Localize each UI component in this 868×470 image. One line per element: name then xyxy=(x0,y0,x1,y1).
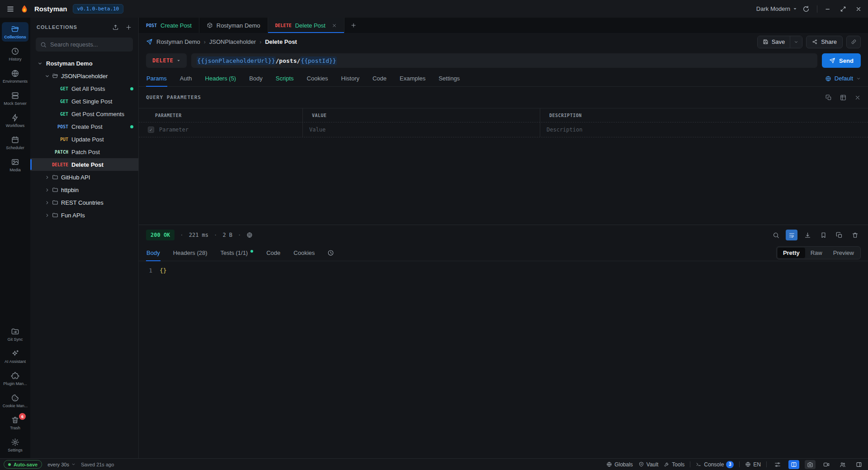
tree-item-request[interactable]: GET Get Post Comments xyxy=(30,108,138,120)
autosave-interval-selector[interactable]: every 30s xyxy=(47,462,75,467)
search-response-icon[interactable] xyxy=(770,230,782,240)
view-mode-raw[interactable]: Raw xyxy=(805,248,828,258)
value-input[interactable] xyxy=(309,127,517,133)
tab-response-tests[interactable]: Tests (1/1) xyxy=(220,245,254,261)
tree-item-collection[interactable]: Rostyman Demo xyxy=(30,57,138,70)
bookmark-icon[interactable] xyxy=(817,230,829,240)
copy-response-icon[interactable] xyxy=(833,230,845,240)
send-button[interactable]: Send xyxy=(822,53,861,68)
sidebar-item-history[interactable]: History xyxy=(2,44,28,64)
sidebar-item-mock-server[interactable]: Mock Server xyxy=(2,89,28,108)
save-options-chevron[interactable] xyxy=(790,36,802,48)
globals-button[interactable]: Globals xyxy=(606,461,633,468)
tab-auth[interactable]: Auth xyxy=(179,70,193,86)
add-collection-icon[interactable] xyxy=(125,24,132,31)
tab-body[interactable]: Body xyxy=(249,70,263,86)
sidebar-item-environments[interactable]: Environments xyxy=(2,66,28,86)
tab-response-code[interactable]: Code xyxy=(266,245,281,261)
response-body-viewer[interactable]: 1 {} xyxy=(139,261,868,458)
toggles-icon[interactable] xyxy=(772,460,783,469)
description-input[interactable] xyxy=(547,127,830,133)
window-close-icon[interactable] xyxy=(855,6,862,12)
tree-item-request[interactable]: POST Create Post xyxy=(30,120,138,133)
import-icon[interactable] xyxy=(112,24,119,31)
window-minimize-icon[interactable] xyxy=(825,6,831,12)
wrap-lines-icon[interactable] xyxy=(786,230,797,240)
sidebar-item-git-sync[interactable]: Git Sync xyxy=(2,324,28,344)
tree-item-request[interactable]: GET Get Single Post xyxy=(30,95,138,108)
url-bar: DELETE {{jsonPlaceholderUrl}}/posts/{{po… xyxy=(139,51,868,70)
tab-delete-post-active[interactable]: DELETE Delete Post xyxy=(268,18,344,33)
method-selector[interactable]: DELETE xyxy=(146,53,187,68)
tab-settings[interactable]: Settings xyxy=(438,70,460,86)
autosave-toggle[interactable]: Auto-save xyxy=(4,460,42,469)
screenshot-camera-icon[interactable] xyxy=(805,460,816,469)
clear-response-icon[interactable] xyxy=(849,230,861,240)
url-input[interactable]: {{jsonPlaceholderUrl}}/posts/{{postId}} xyxy=(191,53,817,68)
tab-examples[interactable]: Examples xyxy=(399,70,426,86)
team-icon[interactable] xyxy=(837,460,848,469)
tree-item-folder[interactable]: httpbin xyxy=(30,183,138,196)
parameter-input[interactable] xyxy=(159,127,300,133)
tab-label: Tests (1/1) xyxy=(221,249,248,256)
bulk-edit-icon[interactable] xyxy=(840,94,846,101)
tab-cookies[interactable]: Cookies xyxy=(307,70,329,86)
new-tab-button[interactable] xyxy=(344,18,363,33)
download-icon[interactable] xyxy=(802,230,813,240)
console-button[interactable]: Console 3 xyxy=(696,461,734,468)
sidebar-item-plugin-manager[interactable]: Plugin Man... xyxy=(2,369,28,388)
tab-headers[interactable]: Headers (5) xyxy=(205,70,237,86)
search-input[interactable] xyxy=(50,41,130,48)
response-history-clock-icon[interactable] xyxy=(327,245,334,261)
row-checkbox[interactable]: ✓ xyxy=(148,127,154,133)
reload-icon[interactable] xyxy=(802,5,810,13)
environment-selector[interactable]: Default xyxy=(825,70,861,86)
language-selector[interactable]: EN xyxy=(745,461,761,468)
copy-icon[interactable] xyxy=(826,94,832,101)
tab-history[interactable]: History xyxy=(341,70,360,86)
tab-response-cookies[interactable]: Cookies xyxy=(293,245,315,261)
network-globe-icon[interactable] xyxy=(246,232,253,238)
breadcrumb-item[interactable]: JSONPlaceholder xyxy=(209,38,256,45)
sidebar-item-scheduler[interactable]: Scheduler xyxy=(2,133,28,152)
tree-item-folder[interactable]: GitHub API xyxy=(30,171,138,183)
tab-params[interactable]: Params xyxy=(146,70,167,86)
tools-button[interactable]: Tools xyxy=(664,461,684,468)
tab-collection-overview[interactable]: Rostyman Demo xyxy=(199,18,268,33)
close-icon[interactable] xyxy=(854,94,861,101)
panel-right-icon[interactable] xyxy=(854,460,864,469)
tab-response-headers[interactable]: Headers (28) xyxy=(173,245,208,261)
search-box[interactable] xyxy=(36,38,133,52)
sidebar-item-cookie-manager[interactable]: Cookie Man... xyxy=(2,391,28,410)
tree-item-folder[interactable]: JSONPlaceholder xyxy=(30,70,138,82)
tree-item-request[interactable]: GET Get All Posts xyxy=(30,82,138,95)
tree-item-folder[interactable]: REST Countries xyxy=(30,196,138,209)
layout-columns-icon[interactable] xyxy=(788,460,799,469)
hamburger-menu-icon[interactable] xyxy=(6,5,14,13)
theme-selector[interactable]: Dark Modern xyxy=(756,5,797,12)
share-button[interactable]: Share xyxy=(806,36,843,48)
window-maximize-icon[interactable] xyxy=(840,6,846,12)
sidebar-item-workflows[interactable]: Workflows xyxy=(2,111,28,130)
close-tab-icon[interactable] xyxy=(332,23,337,28)
breadcrumb-item[interactable]: Rostyman Demo xyxy=(156,38,200,45)
tree-item-request[interactable]: PATCH Patch Post xyxy=(30,146,138,158)
tab-response-body[interactable]: Body xyxy=(146,245,160,261)
sidebar-item-settings[interactable]: Settings xyxy=(2,435,28,455)
sidebar-item-collections[interactable]: Collections xyxy=(2,22,28,42)
tree-item-folder[interactable]: Fun APIs xyxy=(30,209,138,221)
sidebar-item-ai-assistant[interactable]: AI Assistant xyxy=(2,347,28,366)
view-mode-preview[interactable]: Preview xyxy=(828,248,859,258)
view-mode-pretty[interactable]: Pretty xyxy=(778,248,805,258)
tree-item-request[interactable]: PUT Update Post xyxy=(30,133,138,146)
sidebar-item-media[interactable]: Media xyxy=(2,155,28,174)
screen-record-icon[interactable] xyxy=(821,460,832,469)
tab-code[interactable]: Code xyxy=(372,70,387,86)
sidebar-item-trash[interactable]: 6 Trash xyxy=(2,413,28,432)
copy-link-button[interactable] xyxy=(846,36,861,48)
tab-scripts[interactable]: Scripts xyxy=(275,70,294,86)
save-button[interactable]: Save xyxy=(758,36,790,48)
tree-item-request-selected[interactable]: DELETE Delete Post xyxy=(30,158,138,171)
vault-button[interactable]: Vault xyxy=(638,461,658,468)
tab-create-post[interactable]: POST Create Post xyxy=(139,18,199,33)
